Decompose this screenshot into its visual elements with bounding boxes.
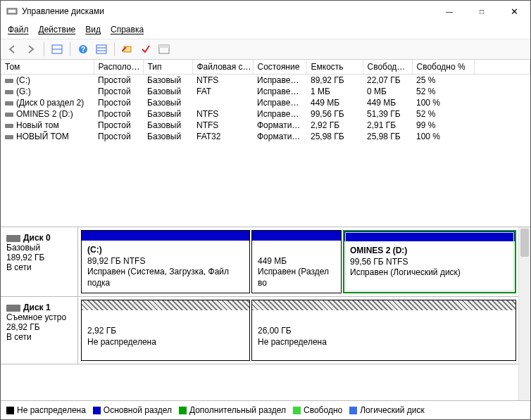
svg-text:?: ? bbox=[81, 46, 85, 53]
col-capacity[interactable]: Емкость bbox=[306, 60, 363, 75]
column-headers[interactable]: Том Располо… Тип Файловая с… Состояние Е… bbox=[1, 60, 530, 75]
action-icon[interactable] bbox=[120, 42, 135, 57]
legend-unallocated: Не распределена bbox=[6, 405, 86, 415]
disk0-partition-omines2[interactable]: OMINES 2 (D:) 99,56 ГБ NTFS Исправен (Ло… bbox=[343, 230, 516, 293]
disk-icon bbox=[6, 235, 20, 242]
svg-rect-11 bbox=[159, 45, 169, 48]
window-title: Управление дисками bbox=[22, 6, 104, 16]
panel-icon[interactable] bbox=[156, 42, 172, 57]
volume-icon bbox=[5, 79, 13, 83]
partition-stripe bbox=[82, 231, 249, 241]
table-row[interactable]: НОВЫЙ ТОМПростойБазовыйFAT32Формати…25,9… bbox=[1, 131, 530, 142]
volume-icon bbox=[5, 124, 13, 128]
menubar: Файл Действие Вид Справка bbox=[1, 22, 530, 39]
view-split-icon[interactable] bbox=[49, 42, 65, 57]
col-freepct[interactable]: Свободно % bbox=[412, 60, 474, 75]
disk0-label[interactable]: Диск 0 Базовый 189,92 ГБ В сети bbox=[1, 227, 78, 296]
maximize-button[interactable]: □ bbox=[466, 1, 498, 22]
disk0-partition-recovery[interactable]: 449 МБ Исправен (Раздел во bbox=[251, 230, 342, 293]
disk0-partition-c[interactable]: (C:) 89,92 ГБ NTFS Исправен (Система, За… bbox=[81, 230, 250, 293]
menu-action[interactable]: Действие bbox=[39, 25, 76, 34]
disk1-unallocated-1[interactable]: 2,92 ГБ Не распределена bbox=[81, 300, 250, 361]
legend-extended: Дополнительный раздел bbox=[179, 405, 286, 415]
disk1-label[interactable]: Диск 1 Съемное устро 28,92 ГБ В сети bbox=[1, 297, 78, 364]
partition-stripe bbox=[252, 300, 516, 310]
partition-stripe bbox=[82, 300, 249, 310]
view-list-icon[interactable] bbox=[94, 42, 109, 57]
partition-stripe bbox=[344, 231, 515, 241]
menu-file[interactable]: Файл bbox=[8, 25, 29, 34]
disk-map: Диск 0 Базовый 189,92 ГБ В сети (C:) 89,… bbox=[1, 227, 530, 400]
col-volume[interactable]: Том bbox=[1, 60, 94, 75]
col-filesystem[interactable]: Файловая с… bbox=[192, 60, 253, 75]
volume-table: Том Располо… Тип Файловая с… Состояние Е… bbox=[1, 60, 530, 227]
volume-icon bbox=[5, 90, 13, 94]
close-button[interactable]: ✕ bbox=[498, 1, 530, 22]
disk-row-0: Диск 0 Базовый 189,92 ГБ В сети (C:) 89,… bbox=[1, 227, 530, 297]
menu-view[interactable]: Вид bbox=[85, 25, 101, 34]
check-icon[interactable] bbox=[138, 42, 154, 57]
col-type[interactable]: Тип bbox=[143, 60, 192, 75]
disk-row-1: Диск 1 Съемное устро 28,92 ГБ В сети 2,9… bbox=[1, 297, 530, 364]
legend: Не распределена Основной раздел Дополнит… bbox=[1, 400, 530, 419]
disk1-unallocated-2[interactable]: 26,00 ГБ Не распределена bbox=[251, 300, 516, 361]
table-row[interactable]: OMINES 2 (D:)ПростойБазовыйNTFSИсправен…… bbox=[1, 108, 530, 120]
volume-icon bbox=[5, 101, 13, 106]
titlebar[interactable]: Управление дисками — □ ✕ bbox=[1, 1, 530, 22]
table-row[interactable]: (Диск 0 раздел 2)ПростойБазовыйИсправен…… bbox=[1, 97, 530, 108]
scrollbar-thumb[interactable] bbox=[520, 229, 529, 257]
legend-free: Свободно bbox=[293, 405, 342, 415]
legend-primary: Основной раздел bbox=[93, 405, 172, 415]
table-row[interactable]: Новый томПростойБазовыйNTFSФормати…2,92 … bbox=[1, 120, 530, 131]
table-row[interactable]: (C:)ПростойБазовыйNTFSИсправен…89,92 ГБ2… bbox=[1, 75, 530, 87]
disk-icon bbox=[6, 305, 20, 312]
back-button[interactable] bbox=[5, 42, 20, 57]
volume-icon bbox=[5, 135, 13, 139]
svg-rect-6 bbox=[96, 45, 106, 53]
partition-stripe bbox=[252, 231, 341, 241]
help-icon[interactable]: ? bbox=[75, 42, 91, 57]
col-free[interactable]: Свобод… bbox=[363, 60, 412, 75]
vertical-scrollbar[interactable] bbox=[518, 227, 530, 400]
app-icon bbox=[6, 6, 18, 17]
volume-icon bbox=[5, 113, 13, 117]
toolbar: ? bbox=[1, 39, 530, 60]
svg-rect-1 bbox=[8, 10, 15, 13]
menu-help[interactable]: Справка bbox=[111, 25, 144, 34]
col-state[interactable]: Состояние bbox=[253, 60, 306, 75]
table-row[interactable]: (G:)ПростойБазовыйFATИсправен…1 МБ0 МБ52… bbox=[1, 86, 530, 97]
col-layout[interactable]: Располо… bbox=[94, 60, 143, 75]
forward-button[interactable] bbox=[23, 42, 39, 57]
legend-logical: Логический диск bbox=[349, 405, 425, 415]
minimize-button[interactable]: — bbox=[433, 1, 466, 22]
